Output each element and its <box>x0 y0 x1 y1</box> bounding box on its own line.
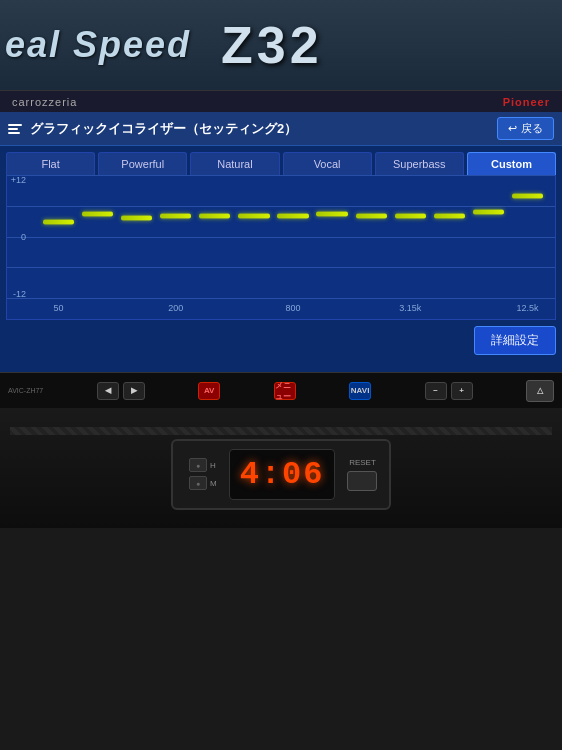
x-label-3k: 3.15k <box>399 303 421 313</box>
m-button[interactable]: ● <box>189 476 207 490</box>
eq-band-5k <box>430 183 469 293</box>
eq-band-200 <box>156 183 195 293</box>
eq-marker-6 <box>277 214 308 219</box>
clock-display: 4:06 <box>229 449 336 500</box>
eq-marker-2 <box>121 216 152 221</box>
carbon-strip <box>10 427 552 435</box>
detail-button[interactable]: 詳細設定 <box>474 326 556 355</box>
prev-icon: ◀ <box>105 386 111 395</box>
tab-superbass[interactable]: Superbass <box>375 152 464 175</box>
volume-group: − + <box>425 382 473 400</box>
back-button[interactable]: ↩ 戻る <box>497 117 554 140</box>
back-button-label: 戻る <box>521 121 543 136</box>
eq-area: +12 0 -12 50 200 <box>6 175 556 320</box>
nav-buttons: ◀ ▶ <box>97 382 145 400</box>
eq-bars-container <box>39 183 547 293</box>
menu-button[interactable]: メニュー <box>274 382 296 400</box>
x-label-group-3k: 3.15k <box>391 297 430 315</box>
real-speed-text: eal Speed <box>5 24 191 66</box>
tab-natural[interactable]: Natural <box>190 152 279 175</box>
car-model-text: Z32 <box>221 15 323 75</box>
eq-icon <box>8 121 24 137</box>
screen: グラフィックイコライザー（セッティング2） ↩ 戻る Flat Powerful… <box>0 112 562 372</box>
clock-controls-right: RESET <box>347 458 377 491</box>
brand-bar: carrozzeria Pioneer <box>0 90 562 112</box>
tab-vocal[interactable]: Vocal <box>283 152 372 175</box>
car-header: eal Speed Z32 <box>0 0 562 90</box>
tab-custom[interactable]: Custom <box>467 152 556 175</box>
vol-up-icon: + <box>459 386 464 395</box>
av-label: AV <box>204 386 215 395</box>
eq-bar-wrapper-8[interactable] <box>352 183 391 293</box>
head-unit: carrozzeria Pioneer グラフィックイコライザー（セッティング2… <box>0 90 562 408</box>
h-btn-icon: ● <box>196 462 200 469</box>
eq-band-315 <box>195 183 234 293</box>
m-label: M <box>210 479 217 488</box>
tab-powerful[interactable]: Powerful <box>98 152 187 175</box>
x-label-group-12k: 12.5k <box>508 297 547 315</box>
eq-marker-11 <box>473 209 504 214</box>
eq-marker-9 <box>395 214 426 219</box>
eq-band-800 <box>273 183 312 293</box>
screen-title: グラフィックイコライザー（セッティング2） <box>30 120 297 138</box>
m-btn-icon: ● <box>196 480 200 487</box>
eq-bar-wrapper-12[interactable] <box>508 183 547 293</box>
open-button[interactable]: △ <box>526 380 554 402</box>
carrozzeria-brand: carrozzeria <box>12 96 77 108</box>
y-labels: +12 0 -12 <box>7 175 29 299</box>
eq-band-8k <box>469 183 508 293</box>
eq-band-1.25k <box>313 183 352 293</box>
y-label-12: +12 <box>7 175 29 185</box>
eq-band-50 <box>39 183 78 293</box>
x-label-200: 200 <box>168 303 183 313</box>
eq-bar-wrapper-1[interactable] <box>78 183 117 293</box>
eq-band-3.15k <box>391 183 430 293</box>
car-logo: eal Speed Z32 <box>0 0 562 90</box>
eq-band-2k <box>352 183 391 293</box>
x-label-50: 50 <box>54 303 64 313</box>
navi-label: NAVI <box>351 386 370 395</box>
eq-marker-5 <box>238 214 269 219</box>
eq-bar-wrapper-4[interactable] <box>195 183 234 293</box>
x-label-group-50: 50 <box>39 297 78 315</box>
eq-marker-3 <box>160 214 191 219</box>
preset-tabs: Flat Powerful Natural Vocal Superbass Cu… <box>0 146 562 175</box>
eq-bar-wrapper-5[interactable] <box>234 183 273 293</box>
eq-bar-wrapper-7[interactable] <box>313 183 352 293</box>
title-left: グラフィックイコライザー（セッティング2） <box>8 120 297 138</box>
clock-controls-left: ● H ● M <box>189 458 217 490</box>
eq-marker-8 <box>356 214 387 219</box>
vol-down-button[interactable]: − <box>425 382 447 400</box>
h-label: H <box>210 461 216 470</box>
eq-bar-wrapper-3[interactable] <box>156 183 195 293</box>
prev-button[interactable]: ◀ <box>97 382 119 400</box>
eq-marker-4 <box>199 214 230 219</box>
navi-button[interactable]: NAVI <box>349 382 371 400</box>
y-label-0: 0 <box>7 232 29 242</box>
reset-label: RESET <box>349 458 376 467</box>
eq-bar-wrapper-2[interactable] <box>117 183 156 293</box>
grid-line-top <box>7 175 555 176</box>
eq-marker-1 <box>82 211 113 216</box>
eq-marker-7 <box>316 211 347 216</box>
h-button[interactable]: ● <box>189 458 207 472</box>
reset-button[interactable] <box>347 471 377 491</box>
eq-bar-wrapper-9[interactable] <box>391 183 430 293</box>
open-icon: △ <box>537 386 543 395</box>
detail-button-row: 詳細設定 <box>0 320 562 361</box>
x-label-group-200: 200 <box>156 297 195 315</box>
eq-band-125 <box>117 183 156 293</box>
eq-bar-wrapper-6[interactable] <box>273 183 312 293</box>
eq-bar-wrapper-0[interactable] <box>39 183 78 293</box>
eq-bar-wrapper-11[interactable] <box>469 183 508 293</box>
menu-label: メニュー <box>275 380 295 402</box>
x-label-group-800: 800 <box>273 297 312 315</box>
bottom-bezel: ● H ● M 4:06 RESET <box>0 408 562 528</box>
next-button[interactable]: ▶ <box>123 382 145 400</box>
eq-bar-wrapper-10[interactable] <box>430 183 469 293</box>
vol-up-button[interactable]: + <box>451 382 473 400</box>
x-label-12k: 12.5k <box>516 303 538 313</box>
tab-flat[interactable]: Flat <box>6 152 95 175</box>
av-button[interactable]: AV <box>198 382 220 400</box>
pioneer-brand: Pioneer <box>503 96 550 108</box>
